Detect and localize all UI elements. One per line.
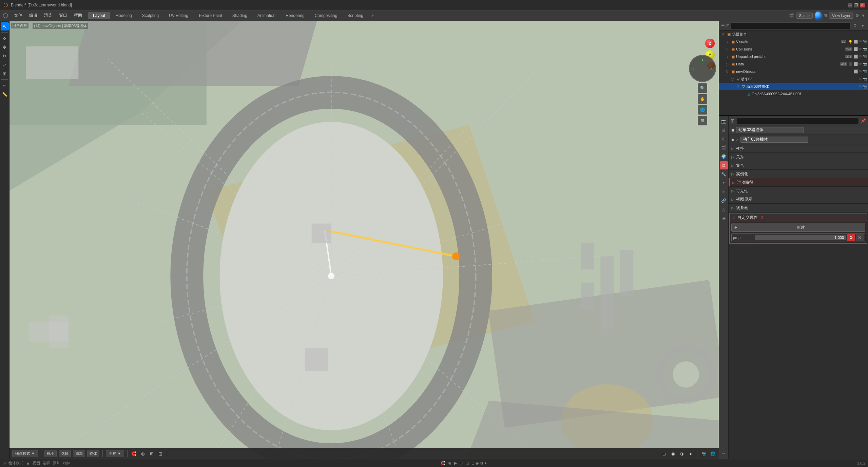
object-name-input[interactable]: [736, 127, 804, 133]
outliner-item-obj3d[interactable]: △ Obj3d66-660952-244-461.001: [719, 90, 868, 98]
tab-compositing[interactable]: Compositing: [310, 12, 342, 19]
menu-file[interactable]: 文件: [11, 11, 26, 20]
viewport-shading-render[interactable]: ●: [687, 450, 694, 457]
solid-icon[interactable]: ◉: [476, 461, 479, 465]
scene-selector[interactable]: Scene: [796, 13, 813, 19]
transform-tool-button[interactable]: ⊞: [1, 69, 9, 78]
eye-icon[interactable]: 👁: [859, 47, 862, 51]
section-transform-header[interactable]: ▷ 变换: [729, 144, 868, 153]
orientation-gizmo[interactable]: X Y Z: [689, 55, 716, 82]
filter-funnel-icon[interactable]: ▼: [861, 13, 865, 18]
prop-tab-material[interactable]: ◉: [720, 214, 728, 222]
orbit-button[interactable]: 🌐: [698, 105, 707, 115]
pan-button[interactable]: ✋: [698, 94, 707, 104]
tab-animation[interactable]: Animation: [253, 12, 280, 19]
render-icon[interactable]: 📷: [863, 62, 867, 66]
section-lineart-header[interactable]: ▷ 线条画: [729, 204, 868, 212]
view-layer-selector[interactable]: View Layer: [829, 13, 853, 19]
prop-delete-button[interactable]: ✕: [856, 234, 864, 241]
render-icon[interactable]: 📷: [863, 47, 867, 51]
section-collections-header[interactable]: ▷ 集合: [729, 161, 868, 169]
visibility-checkbox[interactable]: [854, 62, 858, 66]
snap-icon[interactable]: 🧲: [131, 450, 137, 457]
prop-tab-output[interactable]: 🖨: [720, 126, 728, 134]
status-select-btn[interactable]: 选择: [43, 461, 50, 466]
prop-tab-data[interactable]: △: [720, 205, 728, 214]
tab-rendering[interactable]: Rendering: [281, 12, 309, 19]
view-menu[interactable]: 视图: [44, 450, 57, 457]
zoom-in-button[interactable]: 🔍: [698, 83, 707, 93]
tab-texture-paint[interactable]: Texture Paint: [194, 12, 227, 19]
prop-tab-modifier[interactable]: 🔧: [720, 170, 728, 178]
status-overlays-icon[interactable]: ⊞: [460, 461, 463, 465]
close-button[interactable]: ✕: [860, 3, 865, 7]
tab-uv-editing[interactable]: UV Editing: [164, 12, 193, 19]
section-viewport-display-header[interactable]: ▷ 视图显示: [729, 195, 868, 203]
outliner-item-collisions[interactable]: ▷ ▣ Collisions 244 👁 📷: [719, 45, 868, 53]
prop-value-input[interactable]: [755, 235, 846, 240]
eye-icon[interactable]: 👁: [859, 85, 862, 88]
status-view-btn[interactable]: 视图: [33, 461, 40, 466]
tab-scripting[interactable]: Scripting: [343, 12, 368, 19]
move-tool-button[interactable]: ✥: [1, 43, 9, 51]
eye-icon[interactable]: 👁: [859, 77, 862, 81]
viewport-shading-solid[interactable]: ◉: [670, 450, 676, 457]
visibility-checkbox[interactable]: [854, 40, 858, 44]
tab-shading[interactable]: Shading: [228, 12, 252, 19]
prop-tab-render[interactable]: 📷: [720, 117, 728, 125]
prop-tab-physics[interactable]: ⚛: [720, 188, 728, 196]
add-workspace-button[interactable]: +: [369, 12, 377, 20]
new-property-button[interactable]: + 新建: [731, 223, 865, 232]
editor-type-icon[interactable]: 📷: [700, 450, 707, 457]
visibility-checkbox[interactable]: [854, 69, 858, 74]
prop-tab-viewlayer[interactable]: ⊞: [720, 135, 728, 143]
wire-icon[interactable]: ◻: [471, 461, 475, 465]
proportional-icon[interactable]: ◎: [139, 450, 146, 457]
prop-tab-particles[interactable]: ✦: [720, 179, 728, 187]
select-menu[interactable]: 选择: [59, 450, 71, 457]
scale-tool-button[interactable]: ⤢: [1, 61, 9, 69]
outliner-item-unpacked[interactable]: ▷ ▣ Unpacked prefabs 276 👁 📷: [719, 53, 868, 60]
section-visibility-header[interactable]: ▷ 可见性: [729, 187, 868, 195]
render-icon[interactable]: 📷: [863, 69, 867, 74]
outliner-item-scene-collection[interactable]: ▽ ▣ 场景集合: [719, 31, 868, 38]
maximize-button[interactable]: ❐: [854, 3, 859, 7]
outliner-item-dongche03-collision[interactable]: ▽ ▽ 动车03碰撞体 👁 📷: [719, 83, 868, 90]
overlay-icon[interactable]: ⊞: [148, 450, 155, 457]
outliner-search-input[interactable]: [731, 22, 851, 29]
prop-tab-extra[interactable]: ↔: [720, 449, 728, 458]
datablock-name-input[interactable]: [740, 137, 808, 143]
filter-icon[interactable]: ⚙: [855, 13, 859, 18]
outliner-menu-icon[interactable]: ☰: [721, 23, 725, 28]
section-motion-path-header[interactable]: ▷ 运动路径: [730, 178, 868, 186]
global-selector[interactable]: 全局 ▼: [106, 450, 124, 457]
eye-icon[interactable]: 👁: [859, 62, 862, 66]
viewport-area[interactable]: 用户透视 (14)·newObjects | 动车03碰撞体 Z Y X Y Z…: [9, 21, 719, 459]
menu-edit[interactable]: 编辑: [26, 11, 41, 20]
status-object-btn[interactable]: 物体: [63, 461, 71, 466]
render-icon[interactable]: 📷: [863, 85, 867, 88]
status-add-btn[interactable]: 添加: [53, 461, 60, 466]
select-tool-button[interactable]: ↖: [1, 22, 9, 31]
object-menu[interactable]: 物体: [87, 450, 99, 457]
outliner-item-dongche03[interactable]: ▽ ▽ 动车03 👁 📷: [719, 75, 868, 83]
pin-icon[interactable]: 📌: [861, 118, 866, 123]
outliner-item-visuals[interactable]: ▷ ▣ Visuals 30 💡 👁 📷: [719, 38, 868, 45]
eye-icon[interactable]: 👁: [859, 69, 862, 74]
minimize-button[interactable]: —: [848, 3, 852, 7]
mode-selector[interactable]: 物体模式 ▼: [12, 450, 38, 457]
prop-settings-button[interactable]: ⚙: [847, 234, 855, 241]
material-icon[interactable]: ◑: [480, 461, 483, 465]
menu-help[interactable]: 帮助: [71, 11, 85, 20]
render-icon[interactable]: 📷: [863, 77, 867, 81]
menu-window[interactable]: 窗口: [56, 11, 71, 20]
outliner-item-data[interactable]: ▷ ▣ Data 414 2 👁 📷: [719, 60, 868, 68]
prop-tab-constraints[interactable]: 🔗: [720, 197, 728, 205]
render-shading-icon[interactable]: ●: [484, 461, 487, 465]
rotate-tool-button[interactable]: ↻: [1, 52, 9, 60]
eye-icon[interactable]: 👁: [859, 55, 862, 59]
annotate-tool-button[interactable]: ✏: [1, 81, 9, 89]
render-icon[interactable]: 📷: [863, 40, 867, 44]
tab-modeling[interactable]: Modeling: [111, 12, 137, 19]
section-relations-header[interactable]: ▷ 关系: [729, 153, 868, 161]
